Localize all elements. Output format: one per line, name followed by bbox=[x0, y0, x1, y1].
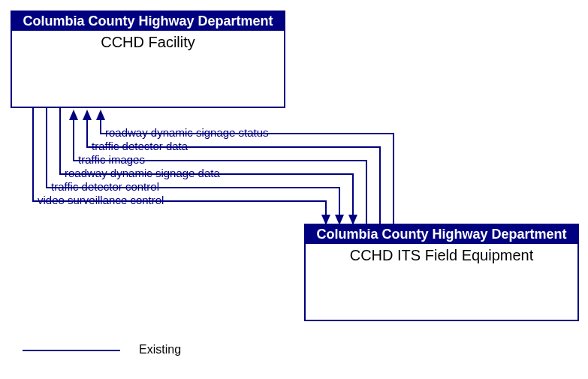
node-body: CCHD ITS Field Equipment bbox=[306, 244, 577, 267]
flow-label: roadway dynamic signage data bbox=[65, 167, 220, 179]
flow-label: traffic images bbox=[78, 153, 145, 166]
flow-label: roadway dynamic signage status bbox=[105, 126, 269, 139]
legend-label-existing: Existing bbox=[139, 343, 181, 356]
flow-label: traffic detector data bbox=[92, 140, 188, 152]
node-header: Columbia County Highway Department bbox=[306, 225, 577, 244]
legend-line-existing bbox=[23, 350, 120, 351]
flow-label: traffic detector control bbox=[51, 180, 159, 193]
node-body: CCHD Facility bbox=[12, 31, 284, 54]
node-cchd-its-field-equipment: Columbia County Highway Department CCHD … bbox=[304, 224, 579, 321]
flow-label: video surveillance control bbox=[38, 194, 164, 206]
node-header: Columbia County Highway Department bbox=[12, 12, 284, 31]
node-cchd-facility: Columbia County Highway Department CCHD … bbox=[11, 11, 285, 108]
